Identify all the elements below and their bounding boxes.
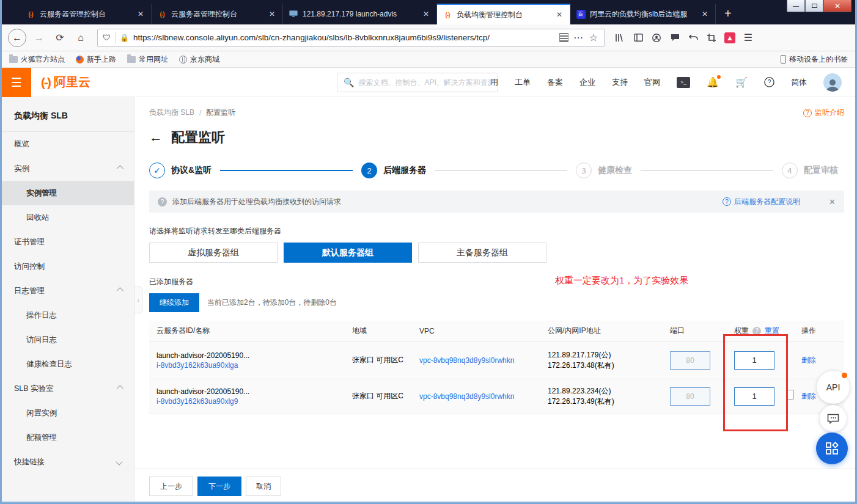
sidebar-item-certificates[interactable]: 证书管理: [2, 230, 134, 254]
wizard-footer: 上一步 下一步 取消: [134, 469, 857, 496]
vpc-link[interactable]: vpc-8vbq98nq3d8y9sl0rwhkn: [419, 356, 514, 365]
weight-input[interactable]: [734, 351, 774, 370]
sidebar-collapse-handle[interactable]: ‹: [134, 287, 142, 313]
cloudshell-icon[interactable]: >_: [677, 77, 690, 88]
tab-virtual-server-group[interactable]: 虚拟服务器组: [149, 243, 278, 263]
user-avatar[interactable]: [823, 73, 842, 92]
sidebar-toggle-icon[interactable]: [630, 30, 646, 46]
back-arrow-icon[interactable]: ←: [149, 130, 163, 145]
banner-close-icon[interactable]: ✕: [829, 197, 836, 206]
browser-tab-2[interactable]: (-) 云服务器管理控制台 ✕: [152, 4, 283, 24]
search-input[interactable]: [358, 78, 491, 87]
sidebar-item-operation-logs[interactable]: 操作日志: [2, 303, 134, 327]
weight-help-icon[interactable]: ?: [752, 327, 761, 335]
screenshot-crop-icon[interactable]: [704, 30, 719, 46]
cart-icon[interactable]: 🛒: [735, 76, 748, 88]
sidebar-item-access-control[interactable]: 访问控制: [2, 254, 134, 279]
tracking-shield-icon[interactable]: 🛡: [103, 33, 111, 42]
vpc-cell: vpc-8vbq98nq3d8y9sl0rwhkn: [412, 356, 540, 365]
mobile-bookmarks[interactable]: 移动设备上的书签: [781, 54, 848, 65]
maximize-button[interactable]: [805, 0, 823, 12]
tab-close-icon[interactable]: ✕: [700, 10, 710, 18]
sidebar-item-overview[interactable]: 概览: [2, 132, 134, 156]
sidebar-item-quota-management[interactable]: 配额管理: [2, 425, 134, 450]
browser-tab-3[interactable]: 121.89.217.179 launch-advis ✕: [283, 4, 437, 24]
home-icon[interactable]: ⌂: [73, 30, 89, 46]
app-launcher-fab[interactable]: [816, 433, 848, 464]
breadcrumb-root[interactable]: 负载均衡 SLB: [149, 108, 194, 118]
browser-tab-4-active[interactable]: (-) 负载均衡管理控制台 ✕: [437, 4, 570, 24]
weight-reset-link[interactable]: 重置: [765, 326, 779, 336]
sidebar-item-quick-links[interactable]: 快捷链接: [2, 450, 134, 474]
aliyun-logo[interactable]: (-) 阿里云: [41, 74, 90, 90]
sidebar-item-instances[interactable]: 实例: [2, 156, 134, 181]
undo-icon[interactable]: [685, 30, 701, 46]
sidebar-item-instance-management[interactable]: 实例管理: [2, 181, 134, 205]
nav-tickets[interactable]: 工单: [515, 77, 531, 88]
weight-input[interactable]: [734, 387, 774, 406]
bookmark-getting-started[interactable]: 新手上路: [76, 54, 116, 65]
url-text[interactable]: https://slbnew.console.aliyun.com/slb/cn…: [133, 33, 555, 42]
sidebar-item-access-logs[interactable]: 访问日志: [2, 327, 134, 352]
tab-primary-backup-group[interactable]: 主备服务器组: [418, 243, 546, 263]
search-icon: 🔍: [344, 78, 354, 87]
back-icon[interactable]: ←: [8, 29, 26, 47]
menu-hamburger-icon[interactable]: ☰: [740, 30, 756, 46]
step-connector: [435, 170, 567, 171]
console-menu-icon[interactable]: ☰: [2, 68, 31, 97]
tab-close-icon[interactable]: ✕: [136, 10, 145, 18]
tab-close-icon[interactable]: ✕: [554, 10, 564, 19]
qr-code-icon[interactable]: [559, 33, 568, 42]
browser-tab-5[interactable]: 百 阿里云的负载均衡slb后边端服 ✕: [570, 4, 716, 24]
sidebar-item-health-check-logs[interactable]: 健康检查日志: [2, 352, 134, 376]
tab-default-server-group[interactable]: 默认服务器组: [284, 243, 412, 263]
listener-intro-link[interactable]: ? 监听介绍: [803, 108, 844, 118]
delete-link[interactable]: 删除: [801, 356, 816, 364]
sidebar-item-log-management[interactable]: 日志管理: [2, 279, 134, 303]
tab-close-icon[interactable]: ✕: [421, 10, 431, 18]
console-search[interactable]: 🔍: [337, 73, 498, 92]
forward-icon[interactable]: →: [31, 30, 47, 46]
previous-step-button[interactable]: 上一步: [149, 477, 193, 496]
library-icon[interactable]: [612, 30, 628, 46]
close-button[interactable]: ✕: [823, 0, 851, 12]
sidebar-item-slb-lab[interactable]: SLB 实验室: [2, 376, 134, 401]
account-icon[interactable]: [649, 30, 664, 46]
bookmark-folder-common[interactable]: 常用网址: [127, 54, 168, 65]
notifications-bell-icon[interactable]: 🔔: [707, 76, 719, 88]
sidebar-item-recycle-bin[interactable]: 回收站: [2, 205, 134, 230]
vpc-link[interactable]: vpc-8vbq98nq3d8y9sl0rwhkn: [419, 392, 514, 401]
nav-site[interactable]: 官网: [644, 77, 660, 88]
continue-add-button[interactable]: 继续添加: [149, 293, 199, 312]
messages-icon[interactable]: [667, 30, 683, 46]
url-bar[interactable]: 🛡 🔒 https://slbnew.console.aliyun.com/sl…: [97, 29, 605, 47]
bookmark-label: 常用网址: [139, 54, 168, 65]
server-id-link[interactable]: i-8vbd3y162k63ua90xlga: [156, 361, 238, 370]
next-step-button[interactable]: 下一步: [197, 477, 241, 496]
language-switcher[interactable]: 简体: [791, 77, 807, 88]
feedback-chat-fab[interactable]: [820, 405, 847, 432]
bookmark-folder-firefox[interactable]: 火狐官方站点: [9, 54, 65, 65]
tab-close-icon[interactable]: ✕: [267, 10, 277, 18]
server-id-link[interactable]: i-8vbd3y162k63ua90xlg9: [156, 397, 238, 406]
nav-support[interactable]: 支持: [612, 77, 628, 88]
new-tab-button[interactable]: +: [724, 7, 732, 21]
nav-enterprise[interactable]: 企业: [579, 77, 595, 88]
extension-red-icon[interactable]: ▲: [722, 30, 738, 46]
delete-link[interactable]: 删除: [801, 392, 816, 400]
nav-icp[interactable]: 备案: [547, 77, 563, 88]
minimize-button[interactable]: —: [787, 0, 805, 12]
backend-config-help-link[interactable]: ? 后端服务器配置说明: [723, 197, 800, 207]
aliyun-header: ☰ (-) 阿里云 🔍 费用 工单 备案 企业 支持 官网 >_ 🔔 🛒 ? 简…: [2, 68, 855, 97]
browser-tab-1[interactable]: (-) 云服务器管理控制台 ✕: [20, 4, 152, 24]
sidebar-item-idle-instances[interactable]: 闲置实例: [2, 401, 134, 425]
help-icon[interactable]: ?: [764, 77, 774, 87]
mobile-icon: [781, 55, 786, 64]
copy-document-icon[interactable]: [786, 390, 794, 400]
reload-icon[interactable]: ⟳: [52, 30, 68, 46]
bookmark-jd[interactable]: 京东商城: [179, 54, 219, 65]
bookmark-star-icon[interactable]: ☆: [588, 30, 599, 46]
page-actions-icon[interactable]: ⋯: [573, 30, 584, 46]
api-fab-button[interactable]: API: [817, 371, 850, 404]
cancel-button[interactable]: 取消: [246, 477, 281, 496]
